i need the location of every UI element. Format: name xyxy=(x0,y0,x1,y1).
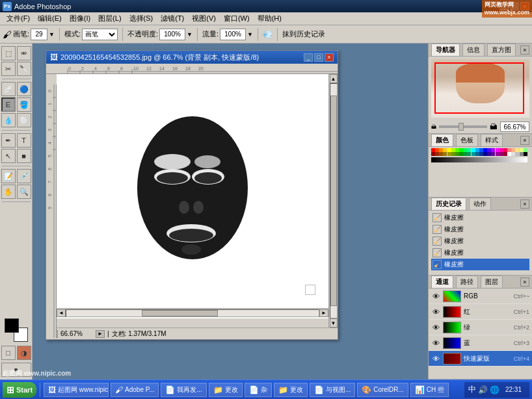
scroll-left-button[interactable]: ◄ xyxy=(57,309,66,317)
canvas-container[interactable]: ◄ ► xyxy=(57,74,328,318)
channel-eye-quick[interactable]: 👁 xyxy=(431,354,440,363)
channel-green[interactable]: 👁 绿 Ctrl+2 xyxy=(429,320,532,335)
tab-channels[interactable]: 通道 xyxy=(431,276,453,288)
tool-shape[interactable]: ■ xyxy=(17,149,31,163)
tab-navigator[interactable]: 导航器 xyxy=(431,44,460,56)
history-close[interactable]: × xyxy=(520,200,529,209)
tab-histogram[interactable]: 直方图 xyxy=(487,44,516,56)
palette-cell[interactable] xyxy=(483,152,487,156)
tool-quick-mask[interactable]: ◑ xyxy=(17,346,31,360)
tab-swatches[interactable]: 色板 xyxy=(456,134,478,146)
channel-eye-blue[interactable]: 👁 xyxy=(431,339,440,348)
tab-color[interactable]: 颜色 xyxy=(431,134,453,146)
tool-crop[interactable]: ✂ xyxy=(1,62,16,76)
tab-styles[interactable]: 样式 xyxy=(481,134,503,146)
tool-stamp[interactable]: 🔵 xyxy=(17,82,31,96)
channel-eye-rgb[interactable]: 👁 xyxy=(431,292,440,301)
taskbar-btn-view[interactable]: 📄 与视图... xyxy=(310,383,355,397)
brush-options-icon[interactable]: ▼ xyxy=(49,31,55,38)
tool-marquee[interactable]: ⬚ xyxy=(1,46,16,60)
menu-view[interactable]: 视图(V) xyxy=(188,12,220,25)
tool-eyedropper[interactable]: 💉 xyxy=(17,169,31,183)
palette-cell[interactable] xyxy=(479,152,483,156)
palette-cell[interactable] xyxy=(451,152,455,156)
channels-close[interactable]: × xyxy=(520,277,529,287)
history-item-4[interactable]: 🧹 橡皮擦 xyxy=(431,247,529,259)
taskbar-btn-photoshop[interactable]: 🖌 Adobe P... xyxy=(111,383,159,397)
tab-paths[interactable]: 路径 xyxy=(456,276,478,288)
v-scrollbar[interactable]: ▲ ▼ xyxy=(328,74,338,328)
fg-color-swatch[interactable] xyxy=(5,318,19,333)
fg-bg-colors[interactable] xyxy=(5,318,28,342)
palette-cell[interactable] xyxy=(507,152,511,156)
flow-options-icon[interactable]: ▼ xyxy=(247,31,253,38)
tab-actions[interactable]: 动作 xyxy=(469,198,491,210)
taskbar-btn-doc2[interactable]: 📄 杂 xyxy=(245,383,272,397)
tool-blur[interactable]: 💧 xyxy=(1,113,16,127)
tool-zoom[interactable]: 🔍 xyxy=(17,185,31,199)
start-button[interactable]: ⊞ Start xyxy=(3,382,36,398)
palette-grid[interactable] xyxy=(431,148,527,156)
zoom-slider-thumb[interactable] xyxy=(459,123,464,131)
scroll-right-button[interactable]: ► xyxy=(319,309,328,317)
flow-input[interactable] xyxy=(220,29,246,40)
palette-cell[interactable] xyxy=(439,152,443,156)
channel-red[interactable]: 👁 红 Ctrl+1 xyxy=(429,304,532,320)
systray-network-icon[interactable]: 🌐 xyxy=(490,385,499,394)
palette-cell[interactable] xyxy=(499,152,503,156)
tool-heal[interactable]: 🩹 xyxy=(1,82,16,96)
drawing-canvas[interactable] xyxy=(57,74,328,308)
tool-slice[interactable]: 🔪 xyxy=(17,62,31,76)
taskbar-btn-folder1[interactable]: 📁 更改 xyxy=(209,383,243,397)
systray-sound-icon[interactable]: 🔊 xyxy=(478,385,488,394)
palette-cell[interactable] xyxy=(463,152,467,156)
menu-file[interactable]: 文件(F) xyxy=(3,12,34,25)
v-scrollbar-thumb[interactable] xyxy=(330,96,337,306)
palette-cell[interactable] xyxy=(496,152,499,156)
opacity-input[interactable] xyxy=(159,29,185,40)
history-item-3[interactable]: 🧹 橡皮擦 xyxy=(431,235,529,247)
history-item-1[interactable]: 🧹 橡皮擦 xyxy=(431,212,529,224)
palette-cell[interactable] xyxy=(511,152,515,156)
v-scrollbar-track[interactable] xyxy=(330,83,338,318)
h-scrollbar-thumb[interactable] xyxy=(142,310,217,316)
menu-help[interactable]: 帮助(H) xyxy=(254,12,286,25)
history-item-2[interactable]: 🧹 橡皮擦 xyxy=(431,224,529,235)
menu-layer[interactable]: 图层(L) xyxy=(94,12,125,25)
airbrush-icon[interactable]: 💨 xyxy=(263,30,273,39)
channel-eye-red[interactable]: 👁 xyxy=(431,307,440,316)
menu-image[interactable]: 图像(I) xyxy=(66,12,94,25)
systray-lang-icon[interactable]: 中 xyxy=(468,384,476,395)
palette-cell[interactable] xyxy=(435,152,439,156)
palette-cell[interactable] xyxy=(487,152,491,156)
taskbar-btn-ch[interactable]: 📊 CH 些 xyxy=(410,383,449,397)
tool-dodge[interactable]: ⚪ xyxy=(17,113,31,127)
tool-text[interactable]: T xyxy=(17,133,31,148)
tab-history[interactable]: 历史记录 xyxy=(431,198,466,210)
menu-filter[interactable]: 滤镜(T) xyxy=(157,12,188,25)
tool-pen[interactable]: ✒ xyxy=(1,133,16,148)
zoom-input[interactable] xyxy=(500,122,529,132)
h-scrollbar-track[interactable] xyxy=(66,309,319,317)
palette-close[interactable]: × xyxy=(520,136,529,145)
h-scrollbar[interactable]: ◄ ► xyxy=(57,308,328,317)
tool-lasso[interactable]: ⚮ xyxy=(17,46,31,60)
palette-cell[interactable] xyxy=(472,152,475,156)
taskbar-btn-corel[interactable]: 🎨 CorelDR... xyxy=(357,383,408,397)
doc-close-button[interactable]: × xyxy=(325,53,334,62)
brush-size-input[interactable] xyxy=(31,29,47,40)
palette-cell[interactable] xyxy=(431,152,435,156)
palette-cell[interactable] xyxy=(459,152,463,156)
doc-minimize-button[interactable]: _ xyxy=(304,53,313,62)
tool-fill[interactable]: 🪣 xyxy=(17,97,31,112)
doc-maximize-button[interactable]: □ xyxy=(314,53,323,62)
taskbar-btn-doc1[interactable]: 📄 我再发... xyxy=(161,383,206,397)
scroll-up-button[interactable]: ▲ xyxy=(330,74,338,83)
tool-eraser[interactable]: E xyxy=(1,97,16,112)
tool-std-mode[interactable]: □ xyxy=(1,346,16,360)
palette-cell[interactable] xyxy=(475,152,479,156)
gray-gradient[interactable] xyxy=(431,157,527,162)
taskbar-btn-folder2[interactable]: 📁 更改 xyxy=(274,383,308,397)
tool-hand[interactable]: ✋ xyxy=(1,185,16,199)
zoom-slider[interactable] xyxy=(439,125,487,128)
